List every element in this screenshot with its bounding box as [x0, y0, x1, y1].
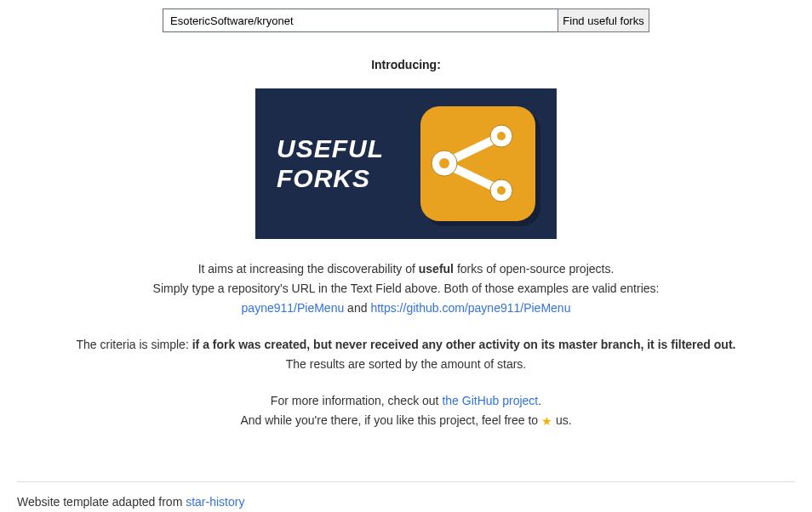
star-line: And while you're there, if you like this… [0, 412, 812, 430]
logo-wrap: USEFUL FORKS [0, 88, 812, 239]
github-project-link[interactable]: the GitHub project [442, 394, 538, 407]
criteria-line: The criteria is simple: if a fork was cr… [0, 336, 812, 354]
logo-text: USEFUL FORKS [277, 134, 384, 193]
star-icon: ★ [541, 412, 552, 430]
footer: Website template adapted from star-histo… [0, 495, 812, 512]
more-info-line: For more information, check out the GitH… [0, 392, 812, 410]
search-bar: Find useful forks [0, 9, 812, 32]
desc-examples: payne911/PieMenu and https://github.com/… [0, 299, 812, 317]
star-history-link[interactable]: star-history [186, 495, 244, 509]
description-block: It aims at increasing the discoverabilit… [0, 260, 812, 430]
svg-point-6 [497, 132, 506, 140]
svg-point-5 [439, 158, 449, 168]
footer-divider [17, 481, 795, 482]
svg-point-7 [497, 186, 506, 195]
results-line: The results are sorted by the amount of … [0, 356, 812, 373]
logo-banner: USEFUL FORKS [255, 88, 557, 239]
logo-text-line1: USEFUL [277, 134, 384, 164]
desc-line-2: Simply type a repository's URL in the Te… [0, 280, 812, 298]
repo-input[interactable] [163, 9, 558, 32]
example-link-2[interactable]: https://github.com/payne911/PieMenu [370, 301, 570, 315]
introducing-heading: Introducing: [0, 58, 812, 71]
find-forks-button[interactable]: Find useful forks [558, 9, 649, 32]
fork-icon [420, 106, 535, 221]
example-link-1[interactable]: payne911/PieMenu [242, 301, 345, 315]
page-container: Find useful forks Introducing: USEFUL FO… [0, 0, 812, 512]
logo-text-line2: FORKS [277, 164, 384, 194]
desc-line-1: It aims at increasing the discoverabilit… [0, 260, 812, 278]
